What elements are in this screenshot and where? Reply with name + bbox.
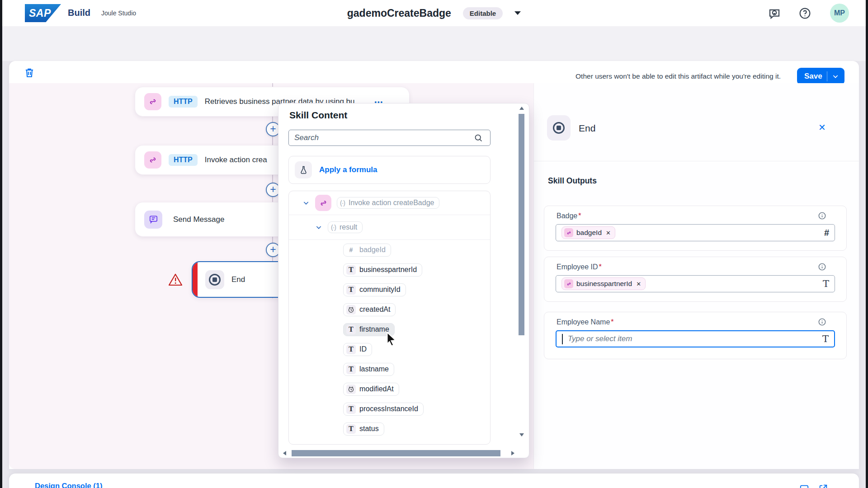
panel-title: End	[579, 123, 595, 134]
text-type-icon: T	[346, 365, 356, 374]
text-type-icon: T	[346, 265, 356, 275]
tree-field-label: ID	[359, 345, 367, 353]
feedback-icon[interactable]	[768, 7, 781, 20]
formula-flask-icon	[295, 161, 312, 178]
tree-field-row: TprocessInstanceId	[289, 399, 490, 419]
expand-console-icon[interactable]	[818, 483, 828, 488]
token-badgeid[interactable]: badgeId ✕	[561, 226, 615, 239]
tree-field-businesspartnerId[interactable]: TbusinesspartnerId	[343, 263, 422, 277]
popup-vertical-scrollbar[interactable]	[518, 105, 525, 447]
remove-token-icon[interactable]: ✕	[636, 281, 641, 287]
value-type-number-icon: #	[824, 228, 829, 238]
chevron-down-icon[interactable]	[302, 199, 310, 206]
scroll-down-icon[interactable]	[519, 433, 524, 436]
scroll-left-icon[interactable]	[283, 451, 286, 455]
scroll-right-icon[interactable]	[511, 451, 514, 455]
info-icon[interactable]	[818, 263, 826, 271]
tab-strip: Overview *CreateBadge ✕ Release ⚙	[0, 26, 868, 61]
tree-field-label: businesspartnerId	[359, 266, 417, 274]
http-badge: HTTP	[169, 154, 198, 166]
text-type-icon: T	[346, 325, 356, 334]
token-label: businesspartnerId	[576, 280, 632, 288]
product-name: Build	[68, 8, 90, 18]
edit-lock-message: Other users won't be able to edit this a…	[576, 72, 781, 80]
tree-field-label: badgeId	[359, 246, 386, 254]
tree-field-status[interactable]: Tstatus	[343, 422, 384, 436]
http-badge: HTTP	[169, 96, 198, 108]
field-card-employee-name: Employee Name* Type or select item T	[544, 312, 847, 359]
warning-icon[interactable]	[168, 273, 183, 286]
field-card-employee-id: Employee ID* businesspartnerId ✕ T	[544, 257, 847, 302]
tree-field-label: createdAt	[359, 305, 390, 314]
node-label: Invoke action crea	[205, 155, 267, 164]
value-type-text-icon: T	[822, 333, 829, 344]
tree-result-pill[interactable]: (·) result	[328, 221, 363, 233]
tree-field-communityId[interactable]: TcommunityId	[343, 283, 406, 296]
tree-field-ID[interactable]: TID	[343, 343, 372, 356]
screen-left-edge	[0, 0, 2, 488]
required-asterisk: *	[611, 318, 613, 326]
delete-node-button[interactable]	[23, 66, 36, 80]
remove-token-icon[interactable]: ✕	[606, 230, 611, 236]
help-icon[interactable]	[798, 7, 811, 20]
console-dock-icon[interactable]	[799, 483, 809, 488]
state-dropdown-caret-icon[interactable]	[514, 11, 521, 15]
badge-input[interactable]: badgeId ✕ #	[556, 224, 835, 241]
end-panel-icon	[547, 115, 571, 141]
tree-field-row: Tlastname	[289, 359, 490, 379]
tree-result-label: result	[340, 223, 357, 231]
required-asterisk: *	[578, 212, 581, 220]
date-type-icon	[346, 305, 356, 314]
popup-horizontal-scrollbar[interactable]	[281, 450, 516, 457]
required-asterisk: *	[599, 263, 602, 271]
tree-field-label: communityId	[359, 286, 401, 294]
design-console-label[interactable]: Design Console (1)	[35, 482, 102, 488]
employee-name-input[interactable]: Type or select item T	[556, 330, 835, 347]
tree-field-row: createdAt	[289, 300, 490, 319]
tree-field-processInstanceId[interactable]: TprocessInstanceId	[343, 403, 424, 416]
field-label: Employee ID	[557, 263, 598, 271]
panel-close-icon[interactable]: ✕	[818, 122, 826, 133]
tree-field-createdAt[interactable]: createdAt	[343, 303, 396, 316]
tree-node-result[interactable]: (·) result	[289, 215, 490, 240]
action-connector-icon	[315, 195, 331, 211]
tree-field-badgeId[interactable]: #badgeId	[343, 244, 391, 257]
save-label: Save	[804, 72, 822, 81]
avatar[interactable]: MP	[830, 4, 849, 23]
sap-logo: SAP	[25, 4, 61, 22]
design-console-bar[interactable]	[9, 474, 859, 488]
tree-root-label: Invoke action createBadge	[349, 199, 434, 207]
value-type-text-icon: T	[823, 278, 829, 289]
save-menu-chevron-icon[interactable]	[832, 73, 839, 80]
horizontal-scroll-thumb[interactable]	[292, 450, 500, 456]
tree-field-label: lastname	[359, 365, 389, 373]
tree-field-modifiedAt[interactable]: modifiedAt	[343, 383, 399, 396]
skill-outputs-heading: Skill Outputs	[548, 176, 597, 186]
chevron-down-icon[interactable]	[315, 224, 322, 231]
apply-formula-button[interactable]: Apply a formula	[288, 156, 491, 184]
tree-field-row: modifiedAt	[289, 379, 490, 399]
info-icon[interactable]	[818, 318, 826, 326]
object-type-icon: (·)	[331, 224, 336, 231]
editable-state-badge[interactable]: Editable	[463, 7, 503, 19]
tree-node-invoke-action[interactable]: (·) Invoke action createBadge	[289, 191, 490, 215]
info-icon[interactable]	[818, 211, 826, 220]
token-businesspartnerid[interactable]: businesspartnerId ✕	[561, 277, 646, 290]
vertical-scroll-thumb[interactable]	[519, 114, 524, 335]
mouse-cursor	[383, 331, 399, 348]
scroll-up-icon[interactable]	[519, 107, 524, 110]
action-connector-icon	[144, 151, 161, 169]
app-screen: SAP Build Joule Studio gademoCreateBadge…	[0, 0, 868, 488]
tree-field-lastname[interactable]: Tlastname	[343, 363, 394, 376]
tree-field-row: TbusinesspartnerId	[289, 260, 490, 280]
tree-root-pill[interactable]: (·) Invoke action createBadge	[337, 197, 439, 209]
skill-content-search-input[interactable]	[288, 130, 491, 146]
text-type-icon: T	[346, 345, 356, 354]
text-type-icon: T	[346, 285, 356, 295]
search-icon[interactable]	[474, 133, 483, 143]
end-node-icon	[205, 270, 224, 289]
field-card-badge: Badge* badgeId ✕ #	[544, 206, 847, 251]
date-type-icon	[346, 385, 356, 394]
save-button[interactable]: Save	[797, 68, 844, 85]
employee-id-input[interactable]: businesspartnerId ✕ T	[556, 275, 835, 292]
